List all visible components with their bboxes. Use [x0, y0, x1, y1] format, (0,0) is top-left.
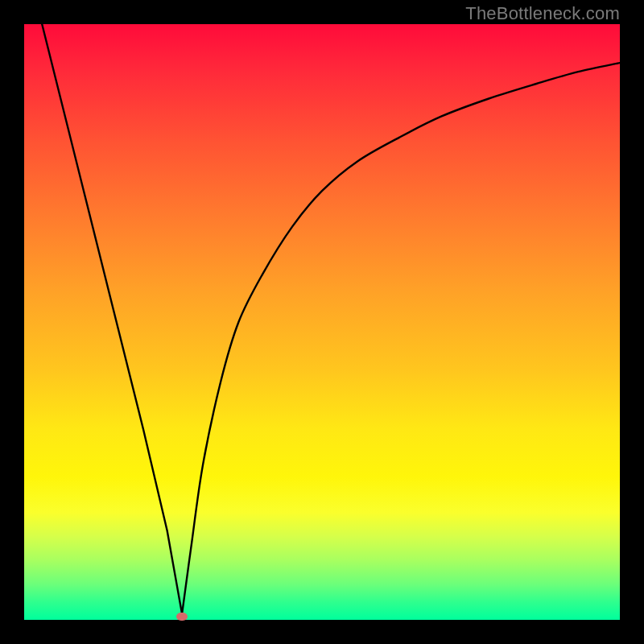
attribution-text: TheBottleneck.com	[465, 3, 620, 24]
bottleneck-curve	[24, 24, 620, 620]
curve-min-marker	[176, 613, 188, 621]
chart-frame: TheBottleneck.com	[0, 0, 644, 644]
plot-area	[24, 24, 620, 620]
